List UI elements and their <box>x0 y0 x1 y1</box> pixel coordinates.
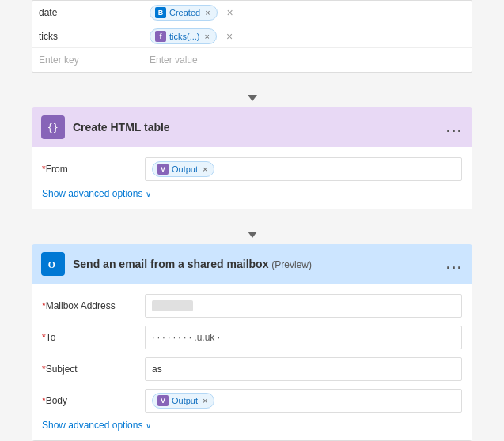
create-html-icon: {} <box>41 115 65 139</box>
created-tag-icon: B <box>155 7 166 18</box>
send-email-card: O Send an email from a shared mailbox (P… <box>32 244 472 441</box>
body-field-row: *Body V Output × <box>42 388 462 413</box>
send-email-title: Send an email from a shared mailbox (Pre… <box>73 258 446 270</box>
from-input[interactable]: V Output × <box>145 157 462 181</box>
arrow-line-2 <box>252 216 252 232</box>
show-advanced-label-2: Show advanced options <box>42 420 142 431</box>
required-star: * <box>42 164 46 175</box>
body-output-tag-label: Output <box>172 396 198 405</box>
output-tag[interactable]: V Output × <box>152 161 214 177</box>
enter-key-placeholder: Enter key <box>39 55 79 66</box>
create-html-table-card: {} Create HTML table ... **FromFrom V Ou… <box>32 107 472 209</box>
send-email-header[interactable]: O Send an email from a shared mailbox (P… <box>32 244 472 284</box>
key-placeholder-cell[interactable]: Enter key <box>39 55 150 66</box>
arrow-connector-2 <box>248 209 257 244</box>
key-cell: ticks <box>39 31 150 42</box>
svg-text:O: O <box>48 260 55 270</box>
arrow-head <box>248 95 257 101</box>
to-field-row: *To · · · · · · · · .u.uk · <box>42 325 462 350</box>
ticks-tag-label: ticks(...) <box>169 32 200 41</box>
mailbox-field-row: *Mailbox Address — — — <box>42 293 462 318</box>
chevron-down-icon-2: ∨ <box>146 421 151 430</box>
output-tag-icon: V <box>157 164 169 175</box>
created-tag-label: Created <box>169 8 200 17</box>
key-value-table: date B Created × × ticks f ticks(...) × … <box>32 0 472 73</box>
table-row: date B Created × × <box>32 1 472 24</box>
arrow-line <box>252 79 252 95</box>
value-cell: B Created × × <box>150 5 465 21</box>
show-advanced-link-1[interactable]: Show advanced options ∨ <box>42 188 462 199</box>
mailbox-input[interactable]: — — — <box>145 294 462 318</box>
create-html-body: **FromFrom V Output × Show advanced opti… <box>32 147 472 209</box>
body-output-tag-close[interactable]: × <box>203 396 207 405</box>
body-input[interactable]: V Output × <box>145 389 462 413</box>
outlook-icon: O <box>41 252 65 276</box>
subject-field-row: *Subject <box>42 356 462 382</box>
send-email-menu[interactable]: ... <box>446 256 463 273</box>
preview-badge: (Preview) <box>271 259 312 270</box>
svg-text:{}: {} <box>47 122 59 134</box>
created-tag[interactable]: B Created × <box>150 5 218 21</box>
ticks-tag-close[interactable]: × <box>205 32 210 41</box>
subject-label: *Subject <box>42 364 145 375</box>
table-row: ticks f ticks(...) × × <box>32 24 472 48</box>
create-html-title: Create HTML table <box>73 121 446 134</box>
ticks-row-delete[interactable]: × <box>226 30 233 43</box>
send-email-body: *Mailbox Address — — — *To · · · · · · ·… <box>32 284 472 441</box>
body-output-tag[interactable]: V Output × <box>152 393 214 409</box>
arrow-connector-1 <box>248 73 257 107</box>
to-value: · · · · · · · · .u.uk · <box>152 332 220 343</box>
enter-value-placeholder: Enter value <box>150 55 198 66</box>
mailbox-value-blur: — — — <box>152 300 193 311</box>
from-field-row: **FromFrom V Output × <box>42 156 462 182</box>
body-output-tag-icon: V <box>157 395 169 406</box>
output-tag-close[interactable]: × <box>203 164 207 174</box>
mailbox-label: *Mailbox Address <box>42 300 145 311</box>
show-advanced-label-1: Show advanced options <box>42 188 142 199</box>
show-advanced-link-2[interactable]: Show advanced options ∨ <box>42 420 462 431</box>
ticks-tag[interactable]: f ticks(...) × <box>150 28 217 44</box>
value-placeholder-cell[interactable]: Enter value <box>150 55 465 66</box>
created-tag-close[interactable]: × <box>205 8 210 17</box>
to-input[interactable]: · · · · · · · · .u.uk · <box>145 326 462 349</box>
subject-input[interactable] <box>145 357 462 381</box>
ticks-tag-icon: f <box>155 31 166 42</box>
key-cell: date <box>39 7 150 18</box>
date-row-delete[interactable]: × <box>227 6 233 19</box>
arrow-head-2 <box>248 232 257 238</box>
value-cell: f ticks(...) × × <box>150 28 465 44</box>
chevron-down-icon-1: ∨ <box>146 190 151 198</box>
output-tag-label: Output <box>172 164 198 174</box>
create-html-table-header[interactable]: {} Create HTML table ... <box>32 107 472 147</box>
from-label: **FromFrom <box>42 164 145 175</box>
table-row-empty: Enter key Enter value <box>32 48 472 72</box>
body-label: *Body <box>42 395 145 406</box>
to-label: *To <box>42 332 145 343</box>
create-html-menu[interactable]: ... <box>446 119 463 136</box>
